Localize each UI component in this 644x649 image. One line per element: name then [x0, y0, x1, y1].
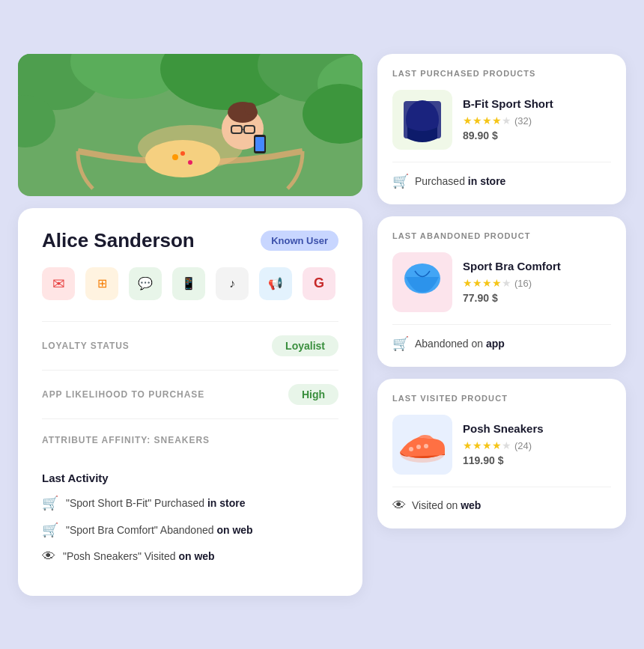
svg-point-20: [180, 151, 185, 156]
right-column: LAST PURCHASED PRODUCTS B-Fit Sport Shor…: [377, 54, 626, 596]
abandoned-action-text: Abandoned on app: [415, 338, 505, 350]
abandoned-card-title: LAST ABANDONED PRODUCT: [392, 231, 611, 240]
purchased-review-count: (32): [514, 115, 532, 127]
likelihood-row: APP LIKELIHOOD TO PURCHASE High: [42, 370, 338, 418]
visited-product-row: Posh Sneakers ★★★★★ (24) 119.90 $: [392, 415, 611, 475]
abandoned-product-row: Sport Bra Comfort ★★★★★ (16) 77.90 $: [392, 252, 611, 312]
affinity-label: ATTRIBUTE AFFINITY: SNEAKERS: [42, 435, 210, 445]
likelihood-label: APP LIKELIHOOD TO PURCHASE: [42, 389, 204, 400]
purchased-card: LAST PURCHASED PRODUCTS B-Fit Sport Shor…: [377, 54, 626, 204]
last-activity-section: Last Activity 🛒 "Sport Short B-Fit" Purc…: [42, 460, 338, 564]
abandoned-product-details: Sport Bra Comfort ★★★★★ (16) 77.90 $: [463, 260, 611, 304]
visited-card-title: LAST VISITED PRODUCT: [392, 394, 611, 403]
abandoned-stars: ★★★★★ (16): [463, 277, 611, 289]
abandoned-price: 77.90 $: [463, 292, 611, 304]
activity-purchased: 🛒 "Sport Short B-Fit" Purchased in store: [42, 495, 338, 511]
loyalty-status-row: LOYALTY STATUS Loyalist: [42, 321, 338, 370]
main-container: Alice Sanderson Known User ✉ ⊞ 💬 📱 ♪ 📢 G…: [18, 54, 626, 596]
profile-card: Alice Sanderson Known User ✉ ⊞ 💬 📱 ♪ 📢 G…: [18, 208, 362, 596]
svg-point-18: [172, 154, 178, 160]
svg-point-11: [244, 103, 256, 115]
svg-point-26: [416, 445, 421, 449]
crm-channel-icon[interactable]: ⊞: [85, 267, 118, 300]
loyalty-label: LOYALTY STATUS: [42, 341, 130, 351]
abandoned-text: "Sport Bra Comfort" Abandoned on web: [66, 524, 253, 536]
email-channel-icon[interactable]: ✉: [42, 267, 75, 300]
purchased-action: 🛒 Purchased in store: [392, 162, 611, 189]
likelihood-badge: High: [288, 384, 338, 405]
sms-channel-icon[interactable]: 💬: [129, 267, 162, 300]
known-user-badge: Known User: [261, 231, 338, 251]
activity-visited: 👁 "Posh Sneakers" Visited on web: [42, 549, 338, 564]
purchased-text: "Sport Short B-Fit" Purchased in store: [66, 497, 245, 509]
visited-card: LAST VISITED PRODUCT Posh Sneakers: [377, 379, 626, 528]
hero-image: [18, 54, 362, 196]
abandoned-action: 🛒 Abandoned on app: [392, 324, 611, 352]
visited-review-count: (24): [514, 440, 532, 451]
abandoned-review-count: (16): [514, 278, 532, 289]
abandoned-action-icon: 🛒: [392, 335, 409, 352]
purchased-product-row: B-Fit Sport Short ★★★★★ (32) 89.90 $: [392, 90, 611, 150]
visited-icon: 👁: [42, 549, 55, 564]
purchased-price: 89.90 $: [463, 130, 611, 141]
left-column: Alice Sanderson Known User ✉ ⊞ 💬 📱 ♪ 📢 G…: [18, 54, 362, 596]
visited-price: 119.90 $: [463, 454, 611, 466]
svg-point-25: [409, 447, 413, 451]
purchased-product-thumb: [392, 90, 452, 150]
channel-icons: ✉ ⊞ 💬 📱 ♪ 📢 G: [42, 267, 338, 300]
svg-point-17: [145, 140, 220, 177]
google-channel-icon[interactable]: G: [303, 267, 335, 300]
visited-action-icon: 👁: [392, 498, 406, 514]
visited-product-name: Posh Sneakers: [463, 422, 611, 435]
affinity-row: ATTRIBUTE AFFINITY: SNEAKERS: [42, 418, 338, 460]
purchased-card-title: LAST PURCHASED PRODUCTS: [392, 69, 611, 78]
svg-point-19: [188, 160, 192, 165]
abandoned-product-thumb: [392, 252, 452, 312]
abandoned-card: LAST ABANDONED PRODUCT Sport Bra Comfort…: [377, 216, 626, 367]
visited-text: "Posh Sneakers" Visited on web: [63, 550, 215, 562]
visited-stars: ★★★★★ (24): [463, 439, 611, 451]
last-activity-title: Last Activity: [42, 472, 338, 484]
activity-abandoned: 🛒 "Sport Bra Comfort" Abandoned on web: [42, 522, 338, 538]
purchased-icon: 🛒: [42, 495, 58, 511]
profile-name: Alice Sanderson: [42, 229, 195, 252]
loyalty-badge: Loyalist: [272, 335, 338, 356]
push-channel-icon[interactable]: 📢: [259, 267, 292, 300]
svg-point-27: [424, 444, 428, 448]
visited-product-details: Posh Sneakers ★★★★★ (24) 119.90 $: [463, 422, 611, 466]
purchased-product-name: B-Fit Sport Short: [463, 97, 611, 110]
profile-header: Alice Sanderson Known User: [42, 229, 338, 252]
whatsapp-channel-icon[interactable]: 📱: [172, 267, 205, 300]
abandoned-product-name: Sport Bra Comfort: [463, 260, 611, 272]
purchased-action-icon: 🛒: [392, 173, 409, 189]
purchased-stars: ★★★★★ (32): [463, 115, 611, 127]
abandoned-icon: 🛒: [42, 522, 58, 538]
purchased-product-details: B-Fit Sport Short ★★★★★ (32) 89.90 $: [463, 97, 611, 141]
tiktok-channel-icon[interactable]: ♪: [216, 267, 249, 300]
visited-action: 👁 Visited on web: [392, 487, 611, 514]
visited-product-thumb: [392, 415, 452, 475]
visited-action-text: Visited on web: [412, 499, 481, 511]
purchased-action-text: Purchased in store: [415, 175, 505, 187]
svg-rect-16: [255, 137, 264, 151]
